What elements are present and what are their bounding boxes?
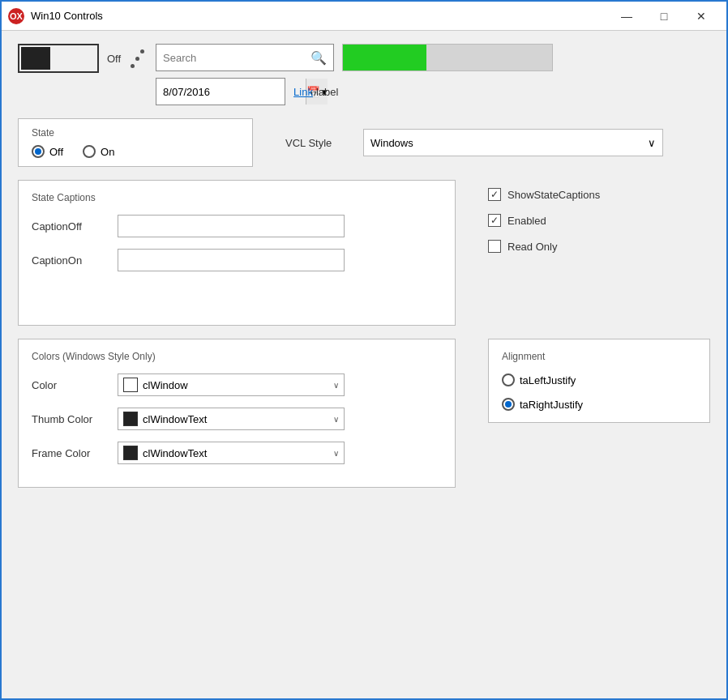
caption-on-row: CaptionOn: [32, 249, 442, 271]
dot1: [140, 49, 144, 53]
alignment-title: Alignment: [502, 351, 696, 362]
caption-on-label: CaptionOn: [32, 254, 105, 267]
toggle-area: Off: [18, 44, 139, 73]
colors-title: Colors (Windows Style Only): [32, 351, 442, 362]
enabled-label: Enabled: [507, 215, 546, 227]
radio-on-label: On: [101, 146, 114, 158]
vcl-chevron-icon: ∨: [648, 137, 656, 149]
right-controls: 🔍 📅 ▾ Link: [156, 44, 710, 105]
dots-icon[interactable]: [135, 49, 139, 68]
align-left-circle: [502, 373, 515, 386]
align-right-radio[interactable]: taRightJustify: [502, 398, 696, 411]
content-area: Off 🔍: [2, 31, 726, 698]
thumb-color-row: Thumb Color clWindowText ∨: [32, 408, 442, 430]
bottom-row: Colors (Windows Style Only) Color clWind…: [18, 339, 710, 488]
radio-off-circle: [32, 145, 45, 158]
frame-color-row: Frame Color clWindowText ∨: [32, 442, 442, 464]
state-radio-group: Off On: [32, 145, 239, 158]
date-input[interactable]: [156, 83, 306, 101]
progress-fill: [343, 45, 426, 70]
read-only-label: Read Only: [507, 241, 557, 253]
vcl-label: VCL Style: [285, 137, 350, 149]
mid-row: State Captions CaptionOff CaptionOn Show…: [18, 180, 710, 326]
link-text[interactable]: Link: [293, 86, 313, 98]
show-state-captions-checkbox[interactable]: ShowStateCaptions: [488, 188, 600, 201]
maximize-button[interactable]: □: [645, 4, 683, 28]
show-state-captions-box: [488, 188, 501, 201]
enabled-checkbox[interactable]: Enabled: [488, 214, 600, 227]
vcl-area: VCL Style Windows ∨: [285, 129, 663, 156]
title-bar: OX Win10 Controls — □ ✕: [2, 2, 726, 31]
minimize-button[interactable]: —: [608, 4, 645, 28]
thumb-color-select[interactable]: clWindowText ∨: [118, 408, 345, 430]
main-window: OX Win10 Controls — □ ✕ Off: [0, 0, 728, 700]
link-suffix: label: [316, 86, 338, 98]
vcl-select[interactable]: Windows ∨: [363, 129, 663, 156]
frame-color-swatch: [123, 446, 138, 460]
vcl-value: Windows: [370, 137, 413, 149]
state-captions-box: State Captions CaptionOff CaptionOn: [18, 180, 456, 326]
radio-on[interactable]: On: [83, 145, 114, 158]
top-row: Off 🔍: [18, 44, 710, 105]
caption-off-label: CaptionOff: [32, 220, 105, 233]
close-button[interactable]: ✕: [683, 4, 720, 28]
show-state-captions-label: ShowStateCaptions: [507, 189, 600, 201]
color-swatch: [123, 378, 138, 392]
search-input[interactable]: [163, 52, 310, 64]
align-radio-group: taLeftJustify taRightJustify: [502, 373, 696, 411]
dot3: [131, 64, 135, 68]
read-only-box: [488, 240, 501, 253]
date-picker[interactable]: 📅 ▾: [156, 78, 285, 105]
state-box: State Off On: [18, 118, 253, 167]
dot2: [135, 57, 139, 61]
frame-color-label: Frame Color: [32, 447, 105, 459]
link-label-area: Link label: [293, 86, 338, 98]
thumb-color-value: clWindowText: [143, 413, 328, 425]
state-captions-title: State Captions: [32, 192, 442, 203]
frame-chevron-icon: ∨: [333, 449, 339, 458]
radio-on-circle: [83, 145, 96, 158]
progress-bar: [342, 44, 553, 71]
thumb-chevron-icon: ∨: [333, 415, 339, 424]
checkboxes-area: ShowStateCaptions Enabled Read Only: [488, 188, 600, 253]
color-value: clWindow: [143, 379, 328, 391]
align-left-radio[interactable]: taLeftJustify: [502, 373, 696, 386]
date-link-row: 📅 ▾ Link label: [156, 78, 710, 105]
frame-color-select[interactable]: clWindowText ∨: [118, 442, 345, 464]
color-row: Color clWindow ∨: [32, 373, 442, 396]
toggle-thumb: [21, 47, 50, 70]
radio-off[interactable]: Off: [32, 145, 63, 158]
align-right-circle: [502, 398, 515, 411]
caption-off-input[interactable]: [118, 215, 345, 237]
color-select[interactable]: clWindow ∨: [118, 373, 345, 396]
state-vcl-row: State Off On VCL Style Windows ∨: [18, 118, 710, 167]
window-title: Win10 Controls: [31, 10, 608, 22]
enabled-box: [488, 214, 501, 227]
search-box[interactable]: 🔍: [156, 44, 334, 71]
search-icon: 🔍: [310, 50, 327, 66]
colors-box: Colors (Windows Style Only) Color clWind…: [18, 339, 456, 488]
toggle-switch[interactable]: [18, 44, 99, 73]
toggle-label: Off: [107, 53, 121, 65]
alignment-box: Alignment taLeftJustify taRightJustify: [488, 339, 710, 423]
caption-off-row: CaptionOff: [32, 215, 442, 237]
radio-off-label: Off: [49, 146, 63, 158]
search-progress-row: 🔍: [156, 44, 710, 71]
app-icon: OX: [8, 8, 24, 24]
thumb-color-label: Thumb Color: [32, 413, 105, 425]
window-controls: — □ ✕: [608, 4, 720, 28]
align-left-label: taLeftJustify: [520, 374, 576, 386]
state-title: State: [32, 127, 239, 139]
color-label: Color: [32, 379, 105, 391]
color-chevron-icon: ∨: [333, 381, 339, 390]
read-only-checkbox[interactable]: Read Only: [488, 240, 600, 253]
align-right-label: taRightJustify: [520, 399, 583, 411]
frame-color-value: clWindowText: [143, 447, 328, 459]
caption-on-input[interactable]: [118, 249, 345, 271]
thumb-color-swatch: [123, 412, 138, 426]
